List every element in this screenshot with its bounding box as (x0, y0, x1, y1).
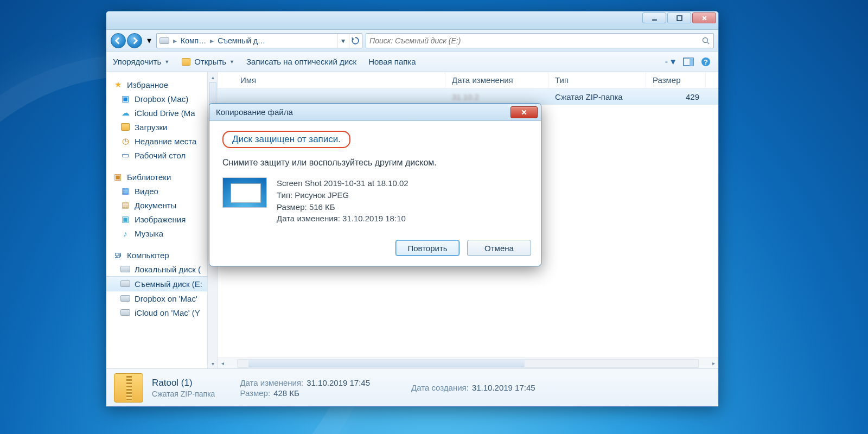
breadcrumb-sep: ▸ (209, 36, 215, 45)
star-icon: ★ (113, 80, 123, 90)
details-pane: Ratool (1) Сжатая ZIP-папка Дата изменен… (106, 368, 718, 406)
sidebar-item-local-disk[interactable]: Локальный диск ( (106, 262, 217, 276)
sidebar-item-dropbox[interactable]: ▣Dropbox (Mac) (106, 92, 217, 106)
scroll-up-icon[interactable]: ▴ (208, 72, 218, 82)
nav-bar: ▾ ▸ Комп… ▸ Съемный д… ▾ (106, 30, 718, 52)
sidebar-item-icloud-net[interactable]: iCloud on 'Mac' (Y (106, 305, 217, 320)
cancel-button[interactable]: Отмена (467, 240, 531, 256)
details-subtitle: Сжатая ZIP-папка (152, 390, 215, 398)
file-thumbnail (222, 177, 267, 208)
scroll-down-icon[interactable]: ▾ (208, 359, 218, 368)
search-icon (701, 36, 710, 47)
svg-point-2 (703, 37, 708, 42)
details-modified-label: Дата изменения: (240, 378, 303, 387)
help-button[interactable]: ? (700, 56, 712, 68)
computer-icon: 🖳 (113, 250, 123, 260)
breadcrumb-sep: ▸ (172, 36, 178, 45)
details-title: Ratool (1) (152, 378, 215, 388)
network-drive-icon (120, 293, 130, 303)
file-type: Сжатая ZIP-папка (548, 92, 646, 101)
details-size-value: 428 КБ (273, 388, 299, 398)
video-icon: ▦ (120, 186, 130, 196)
nav-history-dropdown[interactable]: ▾ (145, 35, 153, 46)
command-bar: Упорядочить▼ Открыть▼ Записать на оптиче… (106, 52, 718, 72)
sidebar-item-desktop[interactable]: ▭Рабочий стол (106, 148, 217, 162)
sidebar-item-videos[interactable]: ▦Видео (106, 184, 217, 198)
retry-button[interactable]: Повторить (395, 240, 459, 256)
libraries-icon: ▣ (113, 172, 123, 182)
dropbox-icon: ▣ (120, 94, 130, 104)
breadcrumb-computer[interactable]: Комп… (178, 36, 209, 46)
sidebar-computer-head[interactable]: 🖳Компьютер (106, 248, 217, 262)
svg-rect-10 (690, 58, 693, 66)
open-button[interactable]: Открыть▼ (181, 57, 234, 67)
col-modified[interactable]: Дата изменения (445, 72, 548, 88)
organize-button[interactable]: Упорядочить▼ (113, 57, 169, 66)
col-size[interactable]: Размер (646, 72, 706, 88)
new-folder-button[interactable]: Новая папка (368, 57, 416, 66)
search-input[interactable] (369, 36, 710, 45)
scroll-right-icon[interactable]: ▸ (709, 360, 718, 366)
svg-text:?: ? (704, 58, 708, 66)
sidebar-item-recent[interactable]: ◷Недавние места (106, 134, 217, 148)
address-dropdown-button[interactable]: ▾ (337, 34, 349, 48)
sidebar-item-music[interactable]: ♪Музыка (106, 226, 217, 240)
file-date-obscured: 31.10.2 (445, 92, 548, 101)
svg-rect-7 (666, 61, 667, 62)
svg-rect-4 (665, 61, 666, 62)
details-created-value: 31.10.2019 17:45 (472, 383, 535, 392)
dialog-file-name: Screen Shot 2019-10-31 at 18.10.02 (277, 177, 409, 189)
breadcrumb-drive[interactable]: Съемный д… (215, 36, 268, 46)
scroll-left-icon[interactable]: ◂ (218, 360, 227, 366)
col-name[interactable]: Имя (234, 72, 445, 88)
icloud-icon: ☁ (120, 108, 130, 118)
desktop-icon: ▭ (120, 150, 130, 160)
sidebar-item-downloads[interactable]: Загрузки (106, 120, 217, 134)
maximize-button[interactable] (667, 12, 691, 23)
view-options-button[interactable]: ▼ (665, 56, 677, 68)
scroll-thumb[interactable] (248, 360, 525, 367)
folder-icon (181, 57, 191, 67)
svg-rect-8 (666, 62, 667, 63)
drive-icon (120, 279, 130, 289)
details-size-label: Размер: (240, 388, 270, 398)
address-refresh-button[interactable] (349, 34, 361, 48)
file-row[interactable]: 31.10.2 Сжатая ZIP-папка 429 (218, 88, 718, 105)
network-drive-icon (120, 308, 130, 317)
dialog-file-size: Размер: 516 КБ (277, 201, 409, 213)
sidebar-favorites-head[interactable]: ★Избранное (106, 78, 217, 92)
address-bar[interactable]: ▸ Комп… ▸ Съемный д… ▾ (156, 33, 362, 48)
sidebar-item-icloud[interactable]: ☁iCloud Drive (Ma (106, 106, 217, 120)
svg-rect-1 (677, 16, 682, 21)
sidebar-item-documents[interactable]: ▤Документы (106, 198, 217, 212)
burn-button[interactable]: Записать на оптический диск (246, 57, 356, 66)
dialog-titlebar[interactable]: Копирование файла (209, 104, 541, 121)
nav-back-button[interactable] (111, 33, 126, 48)
nav-forward-button[interactable] (127, 33, 142, 48)
zip-folder-icon (114, 373, 143, 403)
details-modified-value: 31.10.2019 17:45 (307, 378, 370, 387)
svg-rect-0 (652, 19, 657, 20)
dialog-subtitle: Снимите защиту или воспользуйтесь другим… (222, 158, 528, 168)
dialog-file-type: Тип: Рисунок JPEG (277, 189, 409, 201)
col-type[interactable]: Тип (548, 72, 646, 88)
window-titlebar[interactable] (106, 11, 718, 30)
music-icon: ♪ (120, 228, 130, 238)
file-size: 429 (646, 92, 706, 101)
sidebar-item-removable-disk[interactable]: Съемный диск (E: (106, 276, 217, 291)
svg-rect-6 (666, 61, 667, 61)
sidebar-item-dropbox-net[interactable]: Dropbox on 'Mac' (106, 291, 217, 305)
close-button[interactable] (692, 12, 716, 23)
drive-icon (120, 264, 130, 274)
search-field[interactable] (366, 33, 714, 48)
minimize-button[interactable] (642, 12, 666, 23)
horizontal-scrollbar[interactable]: ◂ ▸ (218, 358, 718, 368)
dialog-file-modified: Дата изменения: 31.10.2019 18:10 (277, 213, 409, 225)
document-icon: ▤ (120, 200, 130, 210)
dialog-headline: Диск защищен от записи. (222, 131, 350, 148)
sidebar-item-pictures[interactable]: ▣Изображения (106, 212, 217, 226)
dialog-close-button[interactable] (510, 106, 538, 118)
drive-icon (159, 36, 170, 45)
sidebar-libraries-head[interactable]: ▣Библиотеки (106, 170, 217, 184)
preview-pane-button[interactable] (682, 56, 694, 68)
